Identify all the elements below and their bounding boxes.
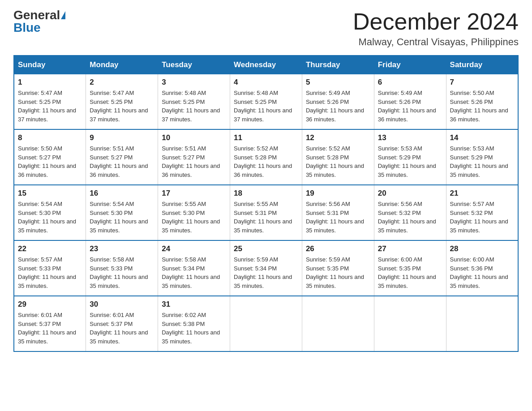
day-info: Sunrise: 5:56 AMSunset: 5:31 PMDaylight:… xyxy=(306,200,370,235)
calendar-cell xyxy=(446,296,518,351)
weekday-header-saturday: Saturday xyxy=(446,56,518,74)
calendar-cell: 13Sunrise: 5:53 AMSunset: 5:29 PMDayligh… xyxy=(374,129,446,185)
calendar-week-row: 22Sunrise: 5:57 AMSunset: 5:33 PMDayligh… xyxy=(14,240,518,296)
day-info: Sunrise: 5:56 AMSunset: 5:32 PMDaylight:… xyxy=(378,200,442,235)
day-info: Sunrise: 5:58 AMSunset: 5:34 PMDaylight:… xyxy=(162,255,226,290)
day-info: Sunrise: 5:54 AMSunset: 5:30 PMDaylight:… xyxy=(90,200,154,235)
calendar-cell: 18Sunrise: 5:55 AMSunset: 5:31 PMDayligh… xyxy=(230,185,302,240)
logo-blue-text: Blue xyxy=(13,21,41,34)
weekday-header-friday: Friday xyxy=(374,56,446,74)
calendar-cell: 6Sunrise: 5:49 AMSunset: 5:26 PMDaylight… xyxy=(374,74,446,130)
day-number: 22 xyxy=(18,244,82,253)
day-info: Sunrise: 6:01 AMSunset: 5:37 PMDaylight:… xyxy=(18,311,82,346)
calendar-cell: 17Sunrise: 5:55 AMSunset: 5:30 PMDayligh… xyxy=(158,185,230,240)
title-block: December 2024 Malway, Central Visayas, P… xyxy=(353,9,519,48)
day-info: Sunrise: 5:48 AMSunset: 5:25 PMDaylight:… xyxy=(162,89,226,124)
day-number: 30 xyxy=(90,300,154,309)
calendar-cell: 12Sunrise: 5:52 AMSunset: 5:28 PMDayligh… xyxy=(302,129,374,185)
calendar-cell xyxy=(374,296,446,351)
calendar-week-row: 15Sunrise: 5:54 AMSunset: 5:30 PMDayligh… xyxy=(14,185,518,240)
weekday-header-row: SundayMondayTuesdayWednesdayThursdayFrid… xyxy=(14,56,518,74)
day-number: 6 xyxy=(378,78,442,87)
calendar-cell: 27Sunrise: 6:00 AMSunset: 5:35 PMDayligh… xyxy=(374,240,446,296)
calendar-cell: 1Sunrise: 5:47 AMSunset: 5:25 PMDaylight… xyxy=(14,74,86,130)
day-info: Sunrise: 6:00 AMSunset: 5:36 PMDaylight:… xyxy=(450,255,514,290)
day-info: Sunrise: 5:50 AMSunset: 5:27 PMDaylight:… xyxy=(18,144,82,179)
day-number: 13 xyxy=(378,133,442,142)
location-text: Malway, Central Visayas, Philippines xyxy=(353,36,519,48)
day-info: Sunrise: 5:55 AMSunset: 5:30 PMDaylight:… xyxy=(162,200,226,235)
day-number: 5 xyxy=(306,78,370,87)
calendar-cell: 28Sunrise: 6:00 AMSunset: 5:36 PMDayligh… xyxy=(446,240,518,296)
day-number: 27 xyxy=(378,244,442,253)
calendar-cell: 2Sunrise: 5:47 AMSunset: 5:25 PMDaylight… xyxy=(86,74,158,130)
calendar-cell: 8Sunrise: 5:50 AMSunset: 5:27 PMDaylight… xyxy=(14,129,86,185)
weekday-header-wednesday: Wednesday xyxy=(230,56,302,74)
day-info: Sunrise: 5:48 AMSunset: 5:25 PMDaylight:… xyxy=(234,89,298,124)
calendar-cell: 10Sunrise: 5:51 AMSunset: 5:27 PMDayligh… xyxy=(158,129,230,185)
day-number: 9 xyxy=(90,133,154,142)
day-number: 29 xyxy=(18,300,82,309)
day-info: Sunrise: 5:55 AMSunset: 5:31 PMDaylight:… xyxy=(234,200,298,235)
calendar-cell: 31Sunrise: 6:02 AMSunset: 5:38 PMDayligh… xyxy=(158,296,230,351)
page-header: General Blue December 2024 Malway, Centr… xyxy=(13,9,519,48)
day-info: Sunrise: 5:52 AMSunset: 5:28 PMDaylight:… xyxy=(306,144,370,179)
calendar-cell: 4Sunrise: 5:48 AMSunset: 5:25 PMDaylight… xyxy=(230,74,302,130)
calendar-cell: 23Sunrise: 5:58 AMSunset: 5:33 PMDayligh… xyxy=(86,240,158,296)
weekday-header-sunday: Sunday xyxy=(14,56,86,74)
calendar-cell: 7Sunrise: 5:50 AMSunset: 5:26 PMDaylight… xyxy=(446,74,518,130)
day-info: Sunrise: 5:51 AMSunset: 5:27 PMDaylight:… xyxy=(162,144,226,179)
day-info: Sunrise: 5:49 AMSunset: 5:26 PMDaylight:… xyxy=(378,89,442,124)
calendar-week-row: 1Sunrise: 5:47 AMSunset: 5:25 PMDaylight… xyxy=(14,74,518,130)
day-number: 4 xyxy=(234,78,298,87)
day-number: 7 xyxy=(450,78,514,87)
day-info: Sunrise: 5:57 AMSunset: 5:33 PMDaylight:… xyxy=(18,255,82,290)
calendar-cell: 11Sunrise: 5:52 AMSunset: 5:28 PMDayligh… xyxy=(230,129,302,185)
day-info: Sunrise: 5:47 AMSunset: 5:25 PMDaylight:… xyxy=(18,89,82,124)
logo-triangle-icon xyxy=(61,11,65,19)
logo-general-text: General xyxy=(13,9,60,21)
day-number: 20 xyxy=(378,189,442,198)
day-number: 8 xyxy=(18,133,82,142)
day-number: 18 xyxy=(234,189,298,198)
day-info: Sunrise: 5:52 AMSunset: 5:28 PMDaylight:… xyxy=(234,144,298,179)
calendar-cell: 21Sunrise: 5:57 AMSunset: 5:32 PMDayligh… xyxy=(446,185,518,240)
calendar-cell: 20Sunrise: 5:56 AMSunset: 5:32 PMDayligh… xyxy=(374,185,446,240)
calendar-cell: 9Sunrise: 5:51 AMSunset: 5:27 PMDaylight… xyxy=(86,129,158,185)
calendar-cell xyxy=(302,296,374,351)
day-number: 25 xyxy=(234,244,298,253)
day-number: 21 xyxy=(450,189,514,198)
calendar-cell: 14Sunrise: 5:53 AMSunset: 5:29 PMDayligh… xyxy=(446,129,518,185)
calendar-cell xyxy=(230,296,302,351)
day-number: 17 xyxy=(162,189,226,198)
day-info: Sunrise: 6:00 AMSunset: 5:35 PMDaylight:… xyxy=(378,255,442,290)
day-info: Sunrise: 5:51 AMSunset: 5:27 PMDaylight:… xyxy=(90,144,154,179)
calendar-cell: 25Sunrise: 5:59 AMSunset: 5:34 PMDayligh… xyxy=(230,240,302,296)
day-number: 1 xyxy=(18,78,82,87)
day-info: Sunrise: 5:47 AMSunset: 5:25 PMDaylight:… xyxy=(90,89,154,124)
calendar-cell: 19Sunrise: 5:56 AMSunset: 5:31 PMDayligh… xyxy=(302,185,374,240)
day-number: 24 xyxy=(162,244,226,253)
day-info: Sunrise: 5:59 AMSunset: 5:34 PMDaylight:… xyxy=(234,255,298,290)
day-info: Sunrise: 5:53 AMSunset: 5:29 PMDaylight:… xyxy=(378,144,442,179)
weekday-header-thursday: Thursday xyxy=(302,56,374,74)
calendar-table: SundayMondayTuesdayWednesdayThursdayFrid… xyxy=(13,55,519,352)
day-info: Sunrise: 5:53 AMSunset: 5:29 PMDaylight:… xyxy=(450,144,514,179)
calendar-cell: 3Sunrise: 5:48 AMSunset: 5:25 PMDaylight… xyxy=(158,74,230,130)
day-info: Sunrise: 5:54 AMSunset: 5:30 PMDaylight:… xyxy=(18,200,82,235)
day-number: 23 xyxy=(90,244,154,253)
calendar-cell: 15Sunrise: 5:54 AMSunset: 5:30 PMDayligh… xyxy=(14,185,86,240)
day-info: Sunrise: 5:50 AMSunset: 5:26 PMDaylight:… xyxy=(450,89,514,124)
day-info: Sunrise: 5:58 AMSunset: 5:33 PMDaylight:… xyxy=(90,255,154,290)
weekday-header-tuesday: Tuesday xyxy=(158,56,230,74)
weekday-header-monday: Monday xyxy=(86,56,158,74)
day-info: Sunrise: 6:01 AMSunset: 5:37 PMDaylight:… xyxy=(90,311,154,346)
calendar-week-row: 8Sunrise: 5:50 AMSunset: 5:27 PMDaylight… xyxy=(14,129,518,185)
day-number: 2 xyxy=(90,78,154,87)
calendar-cell: 5Sunrise: 5:49 AMSunset: 5:26 PMDaylight… xyxy=(302,74,374,130)
day-number: 12 xyxy=(306,133,370,142)
day-info: Sunrise: 5:59 AMSunset: 5:35 PMDaylight:… xyxy=(306,255,370,290)
day-number: 11 xyxy=(234,133,298,142)
day-number: 31 xyxy=(162,300,226,309)
day-number: 28 xyxy=(450,244,514,253)
